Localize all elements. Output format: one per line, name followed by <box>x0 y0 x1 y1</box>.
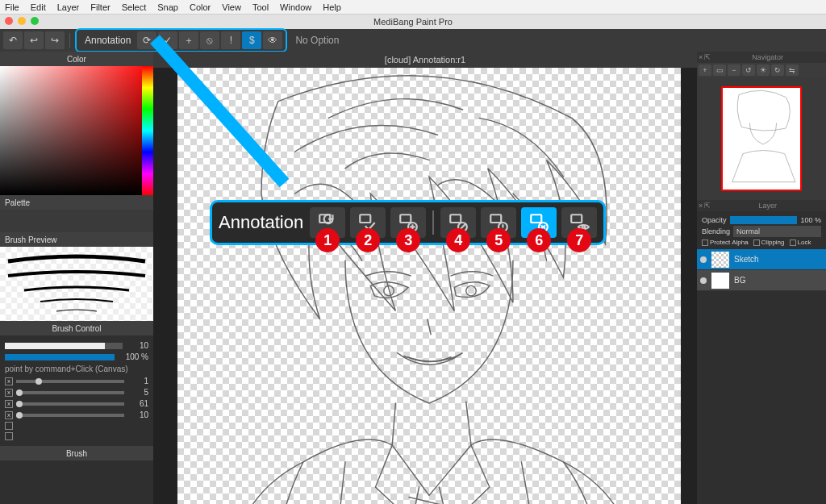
layer-header: ×⇱ Layer <box>697 200 826 211</box>
menu-layer[interactable]: Layer <box>57 2 80 12</box>
brush-size-value: 10 <box>127 341 148 350</box>
layer-detach-icon[interactable]: ⇱ <box>704 202 711 210</box>
brush-opacity-value: 100 % <box>119 352 148 361</box>
svg-rect-10 <box>531 215 541 223</box>
nav-rotate-l-icon[interactable]: ↺ <box>742 65 755 76</box>
annotation-view-button[interactable]: 👁 <box>263 31 282 49</box>
brush-size-track[interactable] <box>5 343 123 349</box>
navigator-toolbar: + ▭ − ↺ ☀ ↻ ⇋ <box>697 63 826 77</box>
menu-view[interactable]: View <box>222 2 241 12</box>
layer-close-icon[interactable]: × <box>699 202 703 210</box>
main-toolbar: ↶ ↩ ↪ Annotation ⟳ ✓ ＋ ⦸ ! $ 👁 No Option <box>0 29 826 52</box>
lock-checkbox[interactable] <box>790 240 796 246</box>
canvas[interactable] <box>177 68 681 504</box>
menu-snap[interactable]: Snap <box>157 2 178 12</box>
nav-zoom-fit-icon[interactable]: ▭ <box>713 65 726 76</box>
brush-control-title: Brush Control <box>0 321 153 335</box>
navigator-preview[interactable] <box>697 77 826 200</box>
layer-thumb <box>711 273 729 289</box>
protect-alpha-checkbox[interactable] <box>702 240 708 246</box>
svg-rect-4 <box>400 215 411 223</box>
annotation-alert-button[interactable]: ! <box>221 31 240 49</box>
slider4-chk[interactable]: x <box>5 411 13 419</box>
menu-select[interactable]: Select <box>122 2 147 12</box>
traffic-lights <box>5 17 39 25</box>
navigator-header: ×⇱ Navigator <box>697 52 826 63</box>
app-title: MediBang Paint Pro <box>373 17 453 27</box>
back-button[interactable]: ↶ <box>3 31 23 49</box>
document-tab[interactable]: [cloud] Annotation:r1 <box>153 52 697 68</box>
nav-close-icon[interactable]: × <box>699 53 703 61</box>
hue-slider[interactable] <box>142 66 153 195</box>
menu-window[interactable]: Window <box>280 2 311 12</box>
nav-flip-icon[interactable]: ⇋ <box>786 65 799 76</box>
nav-detach-icon[interactable]: ⇱ <box>704 53 711 61</box>
annotation-add-button[interactable]: ＋ <box>179 31 198 49</box>
nav-zoom-in-icon[interactable]: + <box>699 65 711 76</box>
badge-3: 3 <box>396 228 420 252</box>
slider1-chk[interactable]: x <box>5 377 13 385</box>
annotation-callout: Annotation 1 2 3 4 5 6 7 <box>210 200 606 245</box>
annotation-check-icon[interactable]: 2 <box>350 207 386 238</box>
slider4[interactable] <box>16 414 124 417</box>
layer-panel-title: Layer <box>758 202 777 210</box>
menu-help[interactable]: Help <box>323 2 341 12</box>
slider6-chk[interactable] <box>5 432 13 440</box>
nav-zoom-out-icon[interactable]: − <box>728 65 740 76</box>
badge-5: 5 <box>486 228 511 252</box>
layer-item-bg[interactable]: BG <box>697 270 826 291</box>
annotation-hide-button[interactable]: ⦸ <box>200 31 219 49</box>
badge-7: 7 <box>567 228 591 252</box>
redo-button[interactable]: ↪ <box>45 31 65 49</box>
brush-preview-title: Brush Preview <box>0 232 153 247</box>
opacity-label: Opacity <box>702 216 727 224</box>
annotation-sync-icon[interactable]: 6 <box>521 207 557 238</box>
brush-opacity-track[interactable] <box>5 354 115 360</box>
nav-rotate-r-icon[interactable]: ↻ <box>771 65 784 76</box>
clipping-checkbox[interactable] <box>753 240 760 246</box>
annotation-add-icon[interactable]: 3 <box>390 207 426 238</box>
svg-rect-8 <box>490 215 501 223</box>
annotation-alert-icon[interactable]: 5 <box>481 207 516 238</box>
layer-visibility-icon[interactable] <box>700 256 707 263</box>
mac-menu-bar: File Edit Layer Filter Select Snap Color… <box>0 0 826 15</box>
navigator-title: Navigator <box>752 53 783 61</box>
brush-control-panel: 10 100 % point by command+Click (Canvas)… <box>0 335 153 446</box>
slider2[interactable]: .bc-th:nth-of-type(2)::after{left:56%} <box>16 391 124 394</box>
window-close-button[interactable] <box>5 17 13 25</box>
main-area: Color Palette Brush Preview Brush Contro… <box>0 52 826 504</box>
badge-1: 1 <box>315 228 340 252</box>
color-picker[interactable] <box>0 66 153 195</box>
slider3-chk[interactable]: x <box>5 400 13 408</box>
annotation-view-icon[interactable]: 7 <box>561 207 597 238</box>
badge-4: 4 <box>446 228 470 252</box>
annotation-refresh-icon[interactable]: 1 <box>310 207 345 238</box>
annotation-hide-icon[interactable]: 4 <box>440 207 476 238</box>
layer-item-sketch[interactable]: Sketch <box>697 249 826 270</box>
svg-rect-12 <box>571 215 582 223</box>
left-sidebar: Color Palette Brush Preview Brush Contro… <box>0 52 153 504</box>
annotation-sync-button[interactable]: $ <box>242 31 261 49</box>
slider2-chk[interactable]: x <box>5 389 13 397</box>
layer-name: BG <box>734 276 745 285</box>
menu-tool[interactable]: Tool <box>252 2 269 12</box>
slider1[interactable]: .bc-th[style*='18']::after{left:18%} <box>16 380 124 383</box>
menu-color[interactable]: Color <box>190 2 211 12</box>
blending-select[interactable]: Normal <box>733 226 821 237</box>
palette-area[interactable] <box>0 210 153 232</box>
nav-rotate-reset-icon[interactable]: ☀ <box>757 65 770 76</box>
menu-edit[interactable]: Edit <box>31 2 46 12</box>
menu-file[interactable]: File <box>5 2 19 12</box>
window-maximize-button[interactable] <box>31 17 39 25</box>
window-minimize-button[interactable] <box>18 17 26 25</box>
slider3[interactable] <box>16 402 124 406</box>
sketch-drawing <box>177 68 681 504</box>
slider5-chk[interactable] <box>5 422 13 430</box>
layer-panel: Opacity100 % BlendingNormal Protect Alph… <box>697 211 826 504</box>
brush-preview <box>0 247 153 321</box>
undo-button[interactable]: ↩ <box>24 31 44 49</box>
layer-visibility-icon[interactable] <box>700 277 707 284</box>
badge-6: 6 <box>527 228 551 252</box>
menu-filter[interactable]: Filter <box>90 2 110 12</box>
layer-opacity-slider[interactable] <box>730 216 798 224</box>
